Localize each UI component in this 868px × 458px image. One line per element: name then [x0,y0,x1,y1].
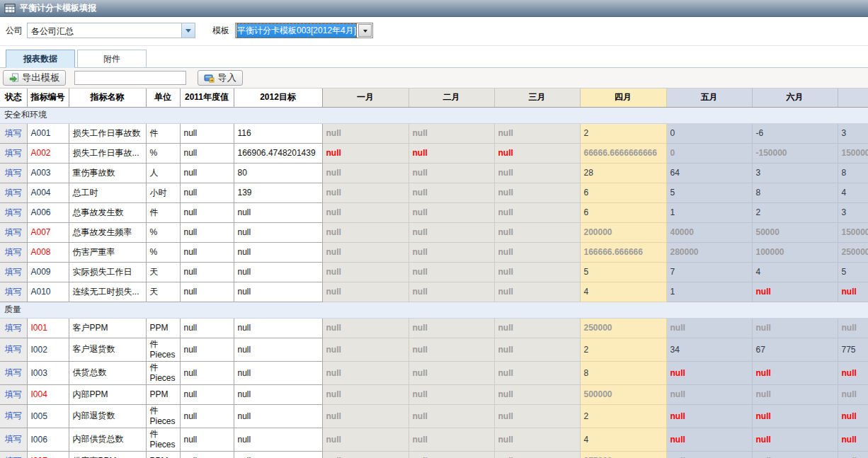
month-value-cell: null [494,451,580,458]
indicator-name-cell: 供货总数 [69,361,146,384]
month-value-cell: null [752,404,838,428]
month-value-cell: 4 [580,282,666,302]
fill-link[interactable]: 填写 [5,323,22,333]
month-value-cell: 2 [752,202,838,222]
year-2011-cell: null [180,338,234,361]
fill-link[interactable]: 填写 [5,434,22,444]
status-cell: 填写 [0,262,27,282]
fill-link[interactable]: 填写 [5,207,22,217]
month-value-cell: null [494,123,580,143]
indicator-code-cell: I006 [27,428,69,451]
fill-link[interactable]: 填写 [5,247,22,257]
unit-cell: 天 [146,262,180,282]
status-cell: 填写 [0,361,27,384]
export-template-button[interactable]: 导出模板 [3,70,66,86]
status-cell: 填写 [0,123,27,143]
month-value-cell: null [494,428,580,451]
template-dropdown-trigger[interactable] [358,24,372,37]
fill-link[interactable]: 填写 [5,168,22,178]
grid-header-row: 状态指标编号指标名称单位2011年度值2012目标一月二月三月四月五月六月 [0,88,868,107]
fill-link[interactable]: 填写 [5,344,22,354]
column-header: 状态 [0,88,27,107]
column-header: 指标编号 [27,88,69,107]
month-value-cell: null [409,384,494,404]
year-2011-cell: null [180,318,234,338]
year-2011-cell: null [180,143,234,163]
template-selected-value: 平衡计分卡模板003[2012年4月] [236,23,357,38]
fill-link[interactable]: 填写 [5,456,22,458]
month-value-cell: null [666,451,752,458]
month-value-cell: null [494,262,580,282]
month-value-cell: 2 [580,123,666,143]
export-icon [9,73,19,83]
month-value-cell: 34 [666,338,752,361]
target-2012-cell: null [234,318,322,338]
unit-cell: 件 Pieces [146,361,180,384]
scorecard-grid: 状态指标编号指标名称单位2011年度值2012目标一月二月三月四月五月六月 安全… [0,88,868,458]
fill-link[interactable]: 填写 [5,367,22,377]
month-value-cell: null [752,318,838,338]
month-value-cell: null [409,163,494,183]
month-value-cell: null [838,384,868,404]
fill-link[interactable]: 填写 [5,128,22,138]
month-value-cell: 250000 [580,318,666,338]
indicator-code-cell: A010 [27,282,69,302]
month-value-cell: 875000 [580,451,666,458]
month-value-cell: 50000 [752,222,838,242]
indicator-name-cell: 客户退货数 [69,338,146,361]
company-dropdown-trigger[interactable] [181,23,195,38]
indicator-name-cell: 总事故发生频率 [69,222,146,242]
target-2012-cell: 139 [234,183,322,202]
month-value-cell: 8 [838,163,868,183]
fill-link[interactable]: 填写 [5,389,22,399]
import-button[interactable]: 导入 [198,70,243,86]
status-cell: 填写 [0,451,27,458]
template-select[interactable]: 平衡计分卡模板003[2012年4月] [235,23,373,38]
tab-attachments[interactable]: 附件 [77,50,147,67]
indicator-code-cell: A003 [27,163,69,183]
unit-cell: PPM [146,384,180,404]
indicator-name-cell: 重伤事故数 [69,163,146,183]
column-header: 一月 [322,88,409,107]
fill-link[interactable]: 填写 [5,148,22,158]
indicator-code-cell: I003 [27,361,69,384]
tab-strip: 报表数据 附件 [0,45,868,68]
table-row: 填写I006内部供货总数件 Piecesnullnullnullnullnull… [0,428,868,451]
month-value-cell: 28 [580,163,666,183]
unit-cell: 件 Pieces [146,338,180,361]
year-2011-cell: null [180,202,234,222]
column-header: 六月 [752,88,838,107]
indicator-code-cell: A002 [27,143,69,163]
month-value-cell: -150000 [752,143,838,163]
month-value-cell: 64 [666,163,752,183]
import-file-input[interactable] [74,71,186,85]
month-value-cell: 2 [580,404,666,428]
indicator-name-cell: 损失工作日事故... [69,143,146,163]
indicator-code-cell: I004 [27,384,69,404]
month-value-cell: null [494,338,580,361]
month-value-cell: 250000 [838,242,868,262]
table-row: 填写I004内部PPMPPMnullnullnullnullnull500000… [0,384,868,404]
fill-link[interactable]: 填写 [5,411,22,420]
year-2011-cell: null [180,428,234,451]
status-cell: 填写 [0,163,27,183]
target-2012-cell: 80 [234,163,322,183]
month-value-cell: null [494,202,580,222]
status-cell: 填写 [0,384,27,404]
status-cell: 填写 [0,202,27,222]
tab-report-data[interactable]: 报表数据 [6,50,75,68]
month-value-cell: null [409,451,494,458]
month-value-cell: null [322,384,409,404]
target-2012-cell: null [234,451,322,458]
month-value-cell: 67 [752,338,838,361]
month-value-cell: null [409,282,494,302]
fill-link[interactable]: 填写 [5,188,22,197]
fill-link[interactable]: 填写 [5,287,22,297]
fill-link[interactable]: 填写 [5,267,22,277]
fill-link[interactable]: 填写 [5,227,22,237]
month-value-cell: 5 [666,183,752,202]
import-icon [204,74,215,83]
column-header: 2011年度值 [180,88,234,107]
company-combobox[interactable]: 各公司汇总 [27,23,195,38]
month-value-cell: null [409,361,494,384]
